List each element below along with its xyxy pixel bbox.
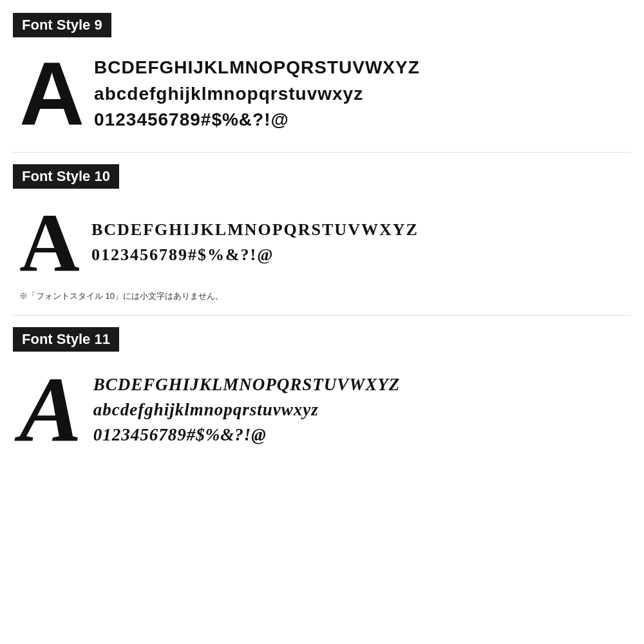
font-style-10-line-1: BCDEFGHIJKLMNOPQRSTUVWXYZ — [91, 217, 419, 242]
page-container: Font Style 9 A BCDEFGHIJKLMNOPQRSTUVWXYZ… — [0, 0, 644, 644]
font-style-11-line-1: BCDEFGHIJKLMNOPQRSTUVWXYZ — [93, 372, 401, 397]
font-style-9-chars: BCDEFGHIJKLMNOPQRSTUVWXYZ abcdefghijklmn… — [94, 55, 420, 133]
font-style-10-line-2: 0123456789#$%&?!@ — [91, 242, 419, 267]
font-style-11-line-2: abcdefghijklmnopqrstuvwxyz — [93, 397, 401, 422]
font-style-9-label: Font Style 9 — [13, 13, 111, 37]
font-style-10-note: ※「フォントスタイル 10」には小文字はありません。 — [13, 290, 631, 302]
font-style-10-label: Font Style 10 — [13, 164, 119, 189]
font-style-11-chars: BCDEFGHIJKLMNOPQRSTUVWXYZ abcdefghijklmn… — [93, 372, 401, 448]
font-style-9-line-3: 0123456789#$%&?!@ — [94, 107, 420, 133]
divider-1 — [13, 152, 631, 153]
font-style-9-demo: A BCDEFGHIJKLMNOPQRSTUVWXYZ abcdefghijkl… — [13, 49, 631, 139]
divider-2 — [13, 315, 631, 316]
font-style-9-line-1: BCDEFGHIJKLMNOPQRSTUVWXYZ — [94, 55, 420, 81]
font-style-9-big-letter: A — [19, 49, 82, 139]
font-style-10-section: Font Style 10 A BCDEFGHIJKLMNOPQRSTUVWXY… — [13, 164, 631, 302]
font-style-11-section: Font Style 11 A BCDEFGHIJKLMNOPQRSTUVWXY… — [13, 327, 631, 457]
font-style-10-demo: A BCDEFGHIJKLMNOPQRSTUVWXYZ 0123456789#$… — [13, 200, 631, 284]
font-style-11-label: Font Style 11 — [13, 327, 119, 352]
font-style-11-big-letter: A — [19, 363, 82, 457]
font-style-9-line-2: abcdefghijklmnopqrstuvwxyz — [94, 81, 420, 108]
font-style-10-chars: BCDEFGHIJKLMNOPQRSTUVWXYZ 0123456789#$%&… — [91, 217, 419, 267]
font-style-11-line-3: 0123456789#$%&?!@ — [93, 422, 401, 448]
font-style-10-big-letter: A — [19, 200, 80, 284]
font-style-9-section: Font Style 9 A BCDEFGHIJKLMNOPQRSTUVWXYZ… — [13, 13, 631, 139]
font-style-11-demo: A BCDEFGHIJKLMNOPQRSTUVWXYZ abcdefghijkl… — [13, 363, 631, 457]
